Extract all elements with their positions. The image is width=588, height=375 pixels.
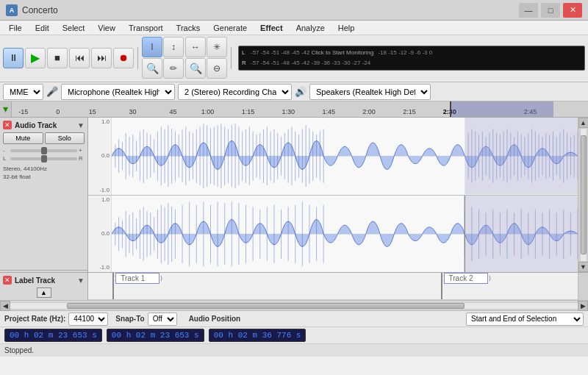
- label-ctrl-header: ✕ Label Track ▼: [3, 276, 85, 285]
- h-scroll-right[interactable]: ▶: [578, 301, 588, 311]
- v-scroll-down[interactable]: ▼: [578, 262, 589, 272]
- tmark-100: 1:00: [201, 108, 215, 115]
- audio-position-label: Audio Position: [189, 315, 241, 323]
- menu-select[interactable]: Select: [57, 22, 91, 34]
- playhead-cursor: [450, 101, 451, 117]
- label-text-2[interactable]: Track 2: [444, 273, 488, 284]
- vu-row-r: R -57 -54 -51 -48 -45 -42 -39 -36 -33 -3…: [242, 58, 581, 68]
- vu-scale-r-end: -18 -15 -12 -9 -6 -3 0: [378, 49, 432, 56]
- menu-view[interactable]: View: [92, 22, 121, 34]
- menu-generate[interactable]: Generate: [207, 22, 253, 34]
- close-button[interactable]: ✕: [563, 3, 582, 18]
- select-tool-button[interactable]: I: [142, 37, 162, 57]
- label-content[interactable]: ⟨ Track 1 ⟩ ⟨ Track 2 ⟩: [88, 273, 578, 300]
- v-scroll-up[interactable]: ▲: [578, 118, 589, 128]
- label-pin-icon4: ⟩: [489, 275, 491, 282]
- vertical-scrollbar[interactable]: ▲ ▼: [578, 118, 588, 272]
- label-marker-2: ⟨ Track 2 ⟩: [441, 273, 491, 284]
- envelope-tool-button[interactable]: ↕: [163, 37, 184, 57]
- toolbar-separator: [137, 47, 138, 69]
- v-scroll-thumb[interactable]: [581, 135, 587, 254]
- speaker-select[interactable]: Speakers (Realtek High Definiti: [309, 84, 431, 100]
- track-info: Stereo, 44100Hz32-bit float: [3, 165, 85, 181]
- tracks-area: ✕ Audio Track ▼ Mute Solo - + L: [0, 118, 588, 272]
- vu-label-r: R: [242, 60, 249, 66]
- toolbar-row1: ⏸ ▶ ■ ⏮ ⏭ ⏺ I ↕ 🔍 ✏ ↔ ✳ 🔍 ⊖ L -57 -54 -5…: [3, 37, 585, 79]
- menu-transport[interactable]: Transport: [123, 22, 169, 34]
- pause-button[interactable]: ⏸: [3, 48, 24, 68]
- pan-slider[interactable]: [10, 157, 77, 160]
- vu-scale-l: -57 -54 -51 -48 -45 -42: [251, 49, 310, 56]
- audio-track-arrow[interactable]: ▼: [77, 121, 85, 129]
- label-marker-1: ⟨ Track 1 ⟩: [112, 273, 162, 284]
- timeshift-tool-button[interactable]: ↔: [185, 37, 206, 57]
- y-val-0.0: 0.0: [90, 153, 110, 159]
- channels-select[interactable]: 2 (Stereo) Recording Channels: [178, 84, 292, 100]
- vu-scale-r: -57 -54 -51 -48 -45 -42 -39 -36 -33 -30 …: [251, 60, 370, 66]
- api-select[interactable]: MME: [3, 84, 43, 100]
- pencil-tool-button[interactable]: ✏: [163, 58, 184, 79]
- label-text-1[interactable]: Track 1: [115, 273, 159, 284]
- y-axis-2: 1.0 0.0 -1.0: [88, 196, 112, 273]
- selection-type-select[interactable]: Start and End of Selection: [466, 312, 584, 326]
- track-controls: ✕ Audio Track ▼ Mute Solo - + L: [0, 118, 88, 272]
- gain-thumb[interactable]: [41, 147, 47, 154]
- pan-l: L: [3, 155, 9, 162]
- play-button[interactable]: ▶: [25, 48, 46, 68]
- gain-slider[interactable]: [10, 149, 77, 152]
- vu-row-l: L -57 -54 -51 -48 -45 -42 Click to Start…: [242, 48, 581, 58]
- audio-track-header: ✕ Audio Track ▼: [3, 121, 85, 129]
- label-pin-icon2: ⟩: [160, 275, 162, 282]
- menu-effect[interactable]: Effect: [254, 22, 289, 34]
- label-track-arrow[interactable]: ▼: [77, 276, 85, 285]
- microphone-select[interactable]: Microphone (Realtek High Defini: [61, 84, 175, 100]
- menu-tracks[interactable]: Tracks: [171, 22, 207, 34]
- stop-button[interactable]: ■: [47, 48, 68, 68]
- vu-click-text[interactable]: Click to Start Monitoring: [312, 49, 374, 56]
- audio-track-close[interactable]: ✕: [3, 121, 12, 129]
- vu-meter-area[interactable]: L -57 -54 -51 -48 -45 -42 Click to Start…: [238, 46, 585, 71]
- label-track-up-button[interactable]: ▲: [37, 288, 51, 298]
- pan-thumb[interactable]: [41, 155, 47, 162]
- multitool-button[interactable]: ✳: [207, 37, 227, 57]
- tool-grid: I ↕ 🔍 ✏: [142, 37, 184, 79]
- maximize-button[interactable]: □: [541, 3, 560, 18]
- selection-end-display[interactable]: 00 h 02 m 36 776 s: [209, 329, 306, 342]
- label-track-name: Label Track: [15, 276, 74, 285]
- zoom-in-button[interactable]: 🔍: [185, 58, 206, 79]
- project-rate-select[interactable]: 44100: [68, 312, 108, 326]
- label-track-close[interactable]: ✕: [3, 276, 12, 285]
- minimize-button[interactable]: —: [519, 3, 538, 18]
- skip-back-button[interactable]: ⏮: [69, 48, 90, 68]
- timeline-marks[interactable]: -15 0 15 30 45 1:00 1:15 1:30 1:45 2:00 …: [12, 101, 588, 117]
- waveform-area[interactable]: 1.0 0.0 -1.0: [88, 118, 578, 272]
- horizontal-scrollbar[interactable]: ◀ ▶: [0, 300, 588, 310]
- y-axis-1: 1.0 0.0 -1.0: [88, 118, 112, 195]
- tmark-215: 2:15: [403, 108, 416, 115]
- timeline[interactable]: ▾ -15 0 15 30 45 1:00 1:15 1:30 1:45 2:0…: [0, 101, 588, 118]
- menu-edit[interactable]: Edit: [29, 22, 55, 34]
- audio-position-display[interactable]: 00 h 02 m 23 653 s: [4, 329, 102, 342]
- snap-to-select[interactable]: Off: [148, 312, 177, 326]
- menu-help[interactable]: Help: [332, 22, 361, 34]
- tmark-145: 1:45: [322, 108, 335, 115]
- status-bar: Stopped.: [0, 343, 588, 357]
- v-scroll-track[interactable]: [580, 128, 587, 262]
- h-scroll-track[interactable]: [10, 302, 578, 310]
- menu-analyze[interactable]: Analyze: [290, 22, 331, 34]
- record-button[interactable]: ⏺: [113, 48, 134, 68]
- audio-position-display2[interactable]: 00 h 02 m 23 653 s: [107, 329, 204, 342]
- zoom-out-button[interactable]: ⊖: [207, 58, 227, 79]
- menu-bar: File Edit Select View Transport Tracks G…: [0, 21, 588, 35]
- mute-button[interactable]: Mute: [3, 132, 43, 144]
- h-scroll-thumb[interactable]: [67, 303, 464, 309]
- project-rate-label: Project Rate (Hz):: [4, 315, 65, 323]
- zoom-tool-button[interactable]: 🔍: [142, 58, 162, 79]
- status-text: Stopped.: [4, 346, 34, 354]
- skip-forward-button[interactable]: ⏭: [91, 48, 112, 68]
- h-scroll-left[interactable]: ◀: [0, 301, 10, 311]
- menu-file[interactable]: File: [3, 22, 28, 34]
- solo-button[interactable]: Solo: [45, 132, 85, 144]
- microphone-icon: 🎤: [46, 86, 58, 97]
- timeline-arrow: ▾: [0, 101, 12, 117]
